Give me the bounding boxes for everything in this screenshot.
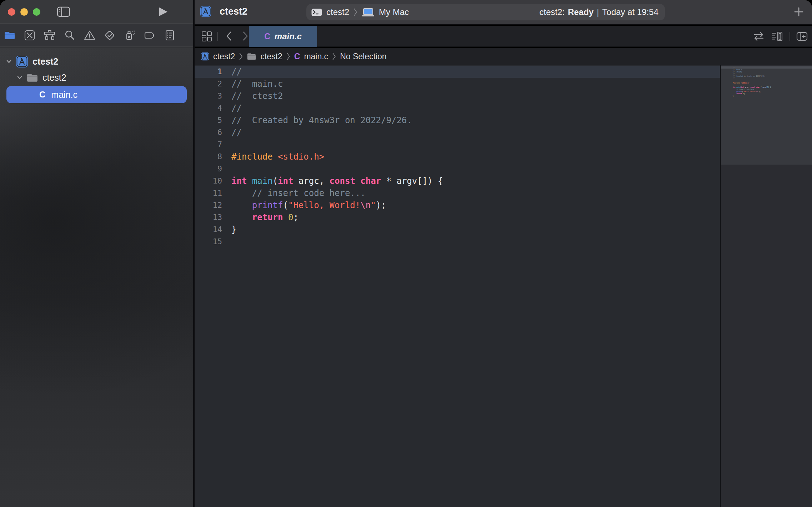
breadcrumb-project[interactable]: ctest2 xyxy=(213,52,235,61)
editor-options-icon[interactable] xyxy=(771,31,783,42)
code-line[interactable]: 4// xyxy=(195,102,720,114)
close-window-button[interactable] xyxy=(8,8,15,16)
toggle-sidebar-icon[interactable] xyxy=(57,6,70,17)
library-plus-button[interactable] xyxy=(793,6,805,17)
scheme-terminal-icon xyxy=(311,9,322,16)
chevron-right-icon xyxy=(354,8,357,16)
add-editor-split-icon[interactable] xyxy=(796,31,808,42)
project-navigator-icon[interactable] xyxy=(4,29,16,41)
line-number[interactable]: 12 xyxy=(195,199,222,211)
tree-row-file-selected[interactable]: C main.c xyxy=(6,86,187,103)
tab-main-c[interactable]: C main.c xyxy=(249,26,317,47)
code-token: ); xyxy=(376,200,386,210)
line-number[interactable]: 4 xyxy=(195,102,222,114)
tree-folder-label: ctest2 xyxy=(42,72,66,83)
code-line[interactable]: 6// xyxy=(195,126,720,139)
code-token: printf xyxy=(736,91,742,92)
tabbar-divider xyxy=(217,32,218,41)
source-control-navigator-icon[interactable] xyxy=(24,29,36,41)
code-line[interactable]: 7 xyxy=(195,139,720,151)
line-number[interactable]: 15 xyxy=(195,236,222,248)
scheme-selector[interactable]: ctest2 My Mac xyxy=(311,7,409,17)
code-line[interactable]: 3// ctest2 xyxy=(195,90,720,102)
navigator-sidebar: ctest2 ctest2 C main.c xyxy=(0,0,193,507)
line-number[interactable]: 14 xyxy=(195,224,222,236)
code-line[interactable]: 10int main(int argc, const char * argv[]… xyxy=(195,175,720,187)
source-editor[interactable]: 1//2// main.c3// ctest24//5// Created by… xyxy=(195,65,812,507)
code-token: * argv[]) { xyxy=(381,176,443,186)
chevron-down-icon[interactable] xyxy=(5,58,13,65)
minimap[interactable]: //// main.c// ctest2//// Created by 4nsw… xyxy=(721,65,812,507)
code-line[interactable]: 8#include <stdio.h> xyxy=(195,151,720,163)
code-token: int xyxy=(741,86,744,88)
line-number[interactable]: 7 xyxy=(195,139,222,151)
line-number[interactable]: 3 xyxy=(195,90,222,102)
debug-navigator-icon[interactable] xyxy=(124,29,136,41)
code-token: main xyxy=(252,176,273,186)
line-number[interactable]: 5 xyxy=(195,114,222,126)
code-token: // xyxy=(733,73,735,75)
project-app-icon xyxy=(200,6,211,17)
line-number[interactable]: 11 xyxy=(195,187,222,199)
code-line[interactable]: 12 printf("Hello, World!\n"); xyxy=(195,199,720,211)
code-token: } xyxy=(733,95,734,97)
code-line[interactable]: 15 xyxy=(195,236,720,248)
code-token: // xyxy=(231,127,242,137)
line-number[interactable]: 13 xyxy=(195,211,222,224)
code-line[interactable]: 9 xyxy=(195,163,720,175)
editor-grid-icon[interactable] xyxy=(201,31,212,42)
code-token: // ctest2 xyxy=(231,91,283,101)
code-token: // Created by 4nsw3r on 2022/9/26. xyxy=(733,75,766,77)
code-line[interactable]: 5// Created by 4nsw3r on 2022/9/26. xyxy=(195,114,720,126)
code-line[interactable]: 11 // insert code here... xyxy=(195,187,720,199)
breadcrumb-selection[interactable]: No Selection xyxy=(340,52,386,61)
tabbar-divider xyxy=(790,32,790,41)
code-token xyxy=(231,200,252,210)
code-token: #include xyxy=(231,152,273,162)
chevron-down-icon[interactable] xyxy=(16,74,24,81)
code-token: return xyxy=(252,212,283,222)
status-separator: | xyxy=(597,7,599,17)
c-file-icon: C xyxy=(294,52,300,61)
code-line[interactable]: 2// main.c xyxy=(195,78,720,90)
minimize-window-button[interactable] xyxy=(20,8,28,16)
test-navigator-icon[interactable] xyxy=(104,29,116,41)
issue-navigator-icon[interactable] xyxy=(84,29,96,41)
find-navigator-icon[interactable] xyxy=(64,29,76,41)
scheme-target-label: ctest2 xyxy=(326,7,349,17)
code-line[interactable]: 13 return 0; xyxy=(195,211,720,224)
line-number[interactable]: 6 xyxy=(195,126,222,139)
back-button[interactable] xyxy=(224,31,235,41)
breakpoint-navigator-icon[interactable] xyxy=(144,29,156,41)
jump-bar[interactable]: ctest2 ctest2 C main.c No Selection xyxy=(195,48,812,65)
code-token: #include xyxy=(733,82,740,84)
report-navigator-icon[interactable] xyxy=(164,29,176,41)
line-number[interactable]: 2 xyxy=(195,78,222,90)
line-number[interactable]: 9 xyxy=(195,163,222,175)
tree-row-folder[interactable]: ctest2 xyxy=(16,70,66,85)
code-token: // main.c xyxy=(733,69,742,71)
run-button[interactable] xyxy=(158,7,169,17)
line-number[interactable]: 1 xyxy=(195,66,222,78)
code-token: ); xyxy=(759,91,761,92)
status-project: ctest2: xyxy=(540,7,565,17)
zoom-window-button[interactable] xyxy=(33,8,40,16)
code-token xyxy=(273,152,278,162)
code-token: 0 xyxy=(288,212,293,222)
line-number[interactable]: 10 xyxy=(195,175,222,187)
code-line[interactable]: 1// xyxy=(195,66,720,78)
code-review-icon[interactable] xyxy=(752,31,765,42)
run-destination-label: My Mac xyxy=(379,7,409,17)
tree-file-label: main.c xyxy=(51,90,77,100)
line-number[interactable]: 8 xyxy=(195,151,222,163)
tree-row-project[interactable]: ctest2 xyxy=(5,54,58,69)
breadcrumb-file[interactable]: main.c xyxy=(304,52,328,61)
activity-view[interactable]: ctest2 My Mac ctest2: Ready | Today at 1… xyxy=(306,4,665,20)
code-token: * argv[]) { xyxy=(760,86,771,88)
code-lines[interactable]: 1//2// main.c3// ctest24//5// Created by… xyxy=(195,66,720,248)
symbol-navigator-icon[interactable] xyxy=(44,29,56,41)
breadcrumb-folder[interactable]: ctest2 xyxy=(260,52,282,61)
code-line[interactable]: 14} xyxy=(195,224,720,236)
code-token xyxy=(733,93,736,95)
code-token: // xyxy=(733,77,735,79)
